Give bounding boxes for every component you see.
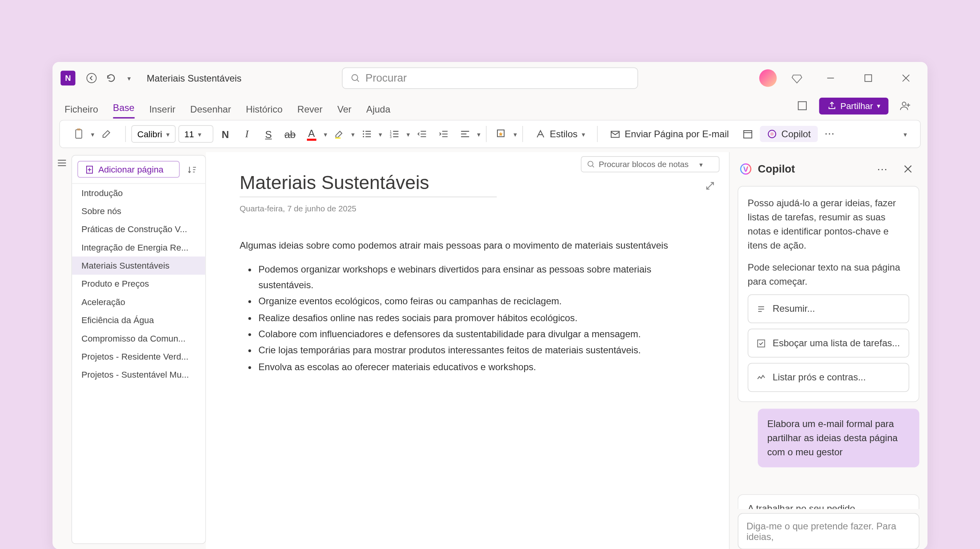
bold-button[interactable]: N: [216, 125, 235, 144]
undo-button[interactable]: [101, 69, 120, 87]
search-box[interactable]: Procurar: [342, 67, 638, 89]
minimize-button[interactable]: [817, 65, 844, 92]
tab-inserir[interactable]: Inserir: [149, 104, 176, 118]
font-color-button[interactable]: A: [302, 125, 321, 144]
arrow-left-icon: [86, 73, 97, 83]
page-item[interactable]: Práticas de Construção V...: [72, 220, 205, 238]
copilot-pane: Copilot ⋯ Posso ajudá-lo a gerar ideias,…: [729, 152, 928, 549]
chevron-down-icon[interactable]: ▾: [324, 130, 327, 138]
page-item[interactable]: Compromisso da Comun...: [72, 329, 205, 347]
copilot-close-button[interactable]: [898, 159, 918, 179]
tab-ver[interactable]: Ver: [337, 104, 351, 118]
sort-pages-button[interactable]: [184, 161, 200, 177]
tag-button[interactable]: [492, 125, 511, 144]
svg-point-10: [363, 136, 364, 137]
tab-ajuda[interactable]: Ajuda: [366, 104, 390, 118]
align-button[interactable]: [456, 125, 474, 144]
close-button[interactable]: [893, 65, 920, 92]
page-item[interactable]: Materiais Sustentáveis: [72, 256, 205, 274]
svg-point-8: [363, 131, 364, 132]
add-page-icon: [85, 165, 94, 174]
add-page-button[interactable]: Adicionar página: [77, 161, 180, 178]
font-size-select[interactable]: 11 ▾: [178, 125, 213, 143]
indent-button[interactable]: [434, 125, 453, 144]
strikethrough-button[interactable]: ab: [281, 125, 299, 144]
search-icon: [587, 160, 595, 169]
font-name-select[interactable]: Calibri ▾: [131, 125, 176, 143]
copilot-icon: [767, 129, 777, 139]
styles-icon: [535, 129, 546, 139]
open-window-button[interactable]: [792, 96, 812, 116]
chevron-down-icon: ▾: [127, 75, 131, 82]
tab-ficheiro[interactable]: Ficheiro: [65, 104, 98, 118]
page-item[interactable]: Projetos - Sustentável Mu...: [72, 365, 205, 384]
chevron-down-icon[interactable]: ▾: [91, 130, 94, 138]
copilot-suggestion-proscons[interactable]: Listar prós e contras...: [748, 363, 909, 392]
undo-icon: [105, 73, 116, 83]
back-button[interactable]: [82, 69, 101, 87]
chevron-down-icon[interactable]: ▾: [379, 130, 382, 138]
copilot-more-button[interactable]: ⋯: [872, 159, 893, 179]
customize-quickaccess-button[interactable]: ▾: [120, 69, 139, 87]
tag-star-icon: [496, 129, 506, 139]
page-item[interactable]: Aceleração: [72, 293, 205, 311]
person-add-icon: [899, 100, 911, 112]
maximize-button[interactable]: [855, 65, 882, 92]
email-page-button[interactable]: Enviar Página por E-mail: [603, 125, 736, 144]
svg-point-9: [363, 133, 364, 135]
meeting-details-button[interactable]: [738, 125, 757, 144]
diamond-premium-icon[interactable]: [788, 69, 806, 87]
outdent-button[interactable]: [412, 125, 431, 144]
copilot-input[interactable]: Diga-me o que pretende fazer. Para ideia…: [738, 513, 920, 549]
note-body[interactable]: Algumas ideias sobre como podemos atrair…: [240, 238, 695, 374]
tab-historico[interactable]: Histórico: [246, 104, 283, 118]
chevron-down-icon[interactable]: ▾: [351, 130, 355, 138]
tab-rever[interactable]: Rever: [298, 104, 323, 118]
minimize-icon: [826, 74, 835, 82]
ribbon-toolbar: ▾ Calibri ▾ 11 ▾ N I S ab A ▾ ▾ ▾ 123: [59, 120, 921, 148]
align-icon: [459, 129, 470, 139]
copilot-ribbon-button[interactable]: Copilot: [760, 126, 817, 142]
styles-button[interactable]: Estilos ▾: [528, 125, 592, 144]
chevron-down-icon: ▾: [904, 130, 907, 138]
svg-rect-5: [76, 130, 82, 138]
note-title[interactable]: Materiais Sustentáveis: [240, 173, 496, 198]
page-item[interactable]: Produto e Preços: [72, 275, 205, 293]
page-item[interactable]: Introdução: [72, 184, 205, 202]
tab-base[interactable]: Base: [113, 102, 134, 118]
chevron-down-icon[interactable]: ▾: [477, 130, 481, 138]
paste-button[interactable]: [69, 125, 88, 144]
people-button[interactable]: [895, 96, 916, 116]
chevron-down-icon[interactable]: ▾: [407, 130, 410, 138]
numbered-list-icon: 123: [389, 129, 399, 139]
underline-button[interactable]: S: [259, 125, 278, 144]
nav-toggle-button[interactable]: [53, 152, 71, 549]
bullet-list-button[interactable]: [357, 125, 376, 144]
tab-desenhar[interactable]: Desenhar: [190, 104, 231, 118]
chevron-down-icon[interactable]: ▾: [514, 130, 517, 138]
more-commands-button[interactable]: ⋯: [820, 125, 839, 144]
page-item[interactable]: Sobre nós: [72, 202, 205, 220]
highlight-button[interactable]: [330, 125, 348, 144]
format-painter-button[interactable]: [97, 125, 116, 144]
share-button[interactable]: Partilhar ▾: [819, 97, 889, 114]
numbered-list-button[interactable]: 123: [385, 125, 404, 144]
ribbon-collapse-button[interactable]: ▾: [896, 125, 915, 144]
copilot-logo-icon: [739, 162, 752, 176]
user-avatar[interactable]: [759, 69, 777, 87]
page-item[interactable]: Eficiência da Água: [72, 311, 205, 329]
note-date: Quarta-feira, 7 de junho de 2025: [240, 204, 695, 213]
italic-button[interactable]: I: [238, 125, 256, 144]
svg-rect-6: [77, 129, 80, 131]
search-notebooks-button[interactable]: Procurar blocos de notas ▾: [581, 156, 719, 172]
close-icon: [902, 74, 910, 82]
highlighter-icon: [334, 129, 344, 139]
expand-page-button[interactable]: [705, 180, 715, 194]
page-item[interactable]: Integração de Energia Re...: [72, 238, 205, 256]
checklist-icon: [757, 338, 766, 348]
svg-rect-16: [744, 131, 752, 138]
copilot-suggestion-summarize[interactable]: Resumir...: [748, 294, 909, 323]
note-canvas[interactable]: Procurar blocos de notas ▾ Materiais Sus…: [206, 152, 729, 549]
copilot-suggestion-tasklist[interactable]: Esboçar uma lista de tarefas...: [748, 329, 909, 358]
page-item[interactable]: Projetos - Residente Verd...: [72, 347, 205, 365]
